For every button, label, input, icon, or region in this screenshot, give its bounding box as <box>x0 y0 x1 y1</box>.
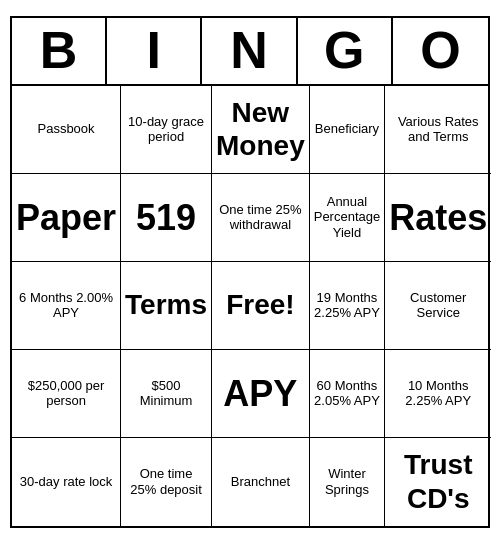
header-n: N <box>202 18 297 83</box>
bingo-cell-15: $250,000 per person <box>12 350 121 438</box>
bingo-cell-0: Passbook <box>12 86 121 174</box>
bingo-header: B I N G O <box>12 18 488 85</box>
bingo-cell-22: Branchnet <box>212 438 310 526</box>
bingo-cell-14: Customer Service <box>385 262 491 350</box>
header-b: B <box>12 18 107 83</box>
bingo-cell-5: Paper <box>12 174 121 262</box>
bingo-cell-23: Winter Springs <box>310 438 386 526</box>
bingo-cell-9: Rates <box>385 174 491 262</box>
header-o: O <box>393 18 488 83</box>
bingo-cell-6: 519 <box>121 174 212 262</box>
bingo-cell-3: Beneficiary <box>310 86 386 174</box>
bingo-cell-1: 10-day grace period <box>121 86 212 174</box>
bingo-cell-2: New Money <box>212 86 310 174</box>
bingo-cell-19: 10 Months 2.25% APY <box>385 350 491 438</box>
header-g: G <box>298 18 393 83</box>
bingo-cell-4: Various Rates and Terms <box>385 86 491 174</box>
bingo-cell-24: Trust CD's <box>385 438 491 526</box>
bingo-cell-16: $500 Minimum <box>121 350 212 438</box>
bingo-cell-18: 60 Months 2.05% APY <box>310 350 386 438</box>
bingo-cell-8: Annual Percentage Yield <box>310 174 386 262</box>
bingo-card: B I N G O Passbook10-day grace periodNew… <box>10 16 490 527</box>
bingo-cell-13: 19 Months 2.25% APY <box>310 262 386 350</box>
bingo-grid: Passbook10-day grace periodNew MoneyBene… <box>12 86 488 526</box>
bingo-cell-10: 6 Months 2.00% APY <box>12 262 121 350</box>
bingo-cell-20: 30-day rate lock <box>12 438 121 526</box>
bingo-cell-11: Terms <box>121 262 212 350</box>
bingo-cell-21: One time 25% deposit <box>121 438 212 526</box>
bingo-cell-17: APY <box>212 350 310 438</box>
bingo-cell-12: Free! <box>212 262 310 350</box>
bingo-cell-7: One time 25% withdrawal <box>212 174 310 262</box>
header-i: I <box>107 18 202 83</box>
